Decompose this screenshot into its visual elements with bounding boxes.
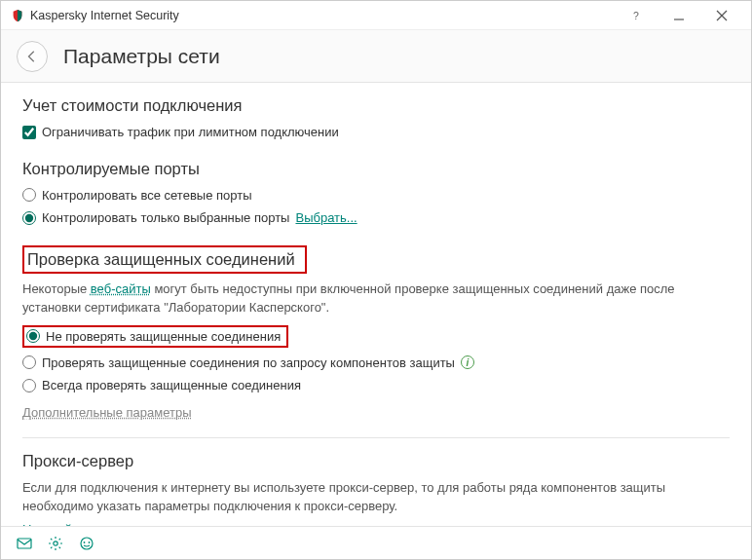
section-title-secure: Проверка защищенных соединений	[27, 250, 295, 269]
page-title: Параметры сети	[63, 45, 220, 68]
ports-all-radio[interactable]	[22, 188, 36, 202]
secure-description: Некоторые веб-сайты могут быть недоступн…	[22, 280, 730, 317]
back-button[interactable]	[17, 41, 48, 72]
svg-rect-4	[18, 539, 31, 548]
ports-selected-label[interactable]: Контролировать только выбранные порты	[42, 208, 289, 228]
secure-none-radio[interactable]	[26, 329, 40, 343]
secure-none-label[interactable]: Не проверять защищенные соединения	[46, 329, 281, 344]
svg-point-7	[84, 541, 86, 543]
section-connection-cost: Учет стоимости подключения Ограничивать …	[22, 96, 730, 142]
highlight-secure-title: Проверка защищенных соединений	[22, 245, 307, 274]
info-icon[interactable]: i	[461, 355, 474, 369]
ports-all-label[interactable]: Контролировать все сетевые порты	[42, 186, 252, 205]
section-title-cost: Учет стоимости подключения	[22, 96, 730, 115]
limit-traffic-label[interactable]: Ограничивать трафик при лимитном подключ…	[42, 123, 339, 142]
highlight-secure-none: Не проверять защищенные соединения	[22, 325, 288, 348]
section-secure-connections: Проверка защищенных соединений Некоторые…	[22, 245, 730, 420]
secure-onrequest-radio[interactable]	[22, 355, 36, 369]
svg-text:?: ?	[633, 10, 639, 21]
minimize-button[interactable]	[658, 2, 700, 29]
section-proxy: Прокси-сервер Если для подключения к инт…	[22, 452, 730, 527]
section-title-ports: Контролируемые порты	[22, 160, 730, 178]
limit-traffic-checkbox[interactable]	[22, 126, 36, 139]
svg-point-5	[54, 541, 57, 544]
close-button[interactable]	[700, 2, 743, 29]
secure-onrequest-label[interactable]: Проверять защищенные соединения по запро…	[42, 354, 455, 373]
help-button[interactable]: ?	[615, 2, 658, 29]
ports-selected-radio[interactable]	[22, 211, 36, 225]
app-title: Kaspersky Internet Security	[30, 9, 615, 22]
section-title-proxy: Прокси-сервер	[22, 452, 730, 470]
section-ports: Контролируемые порты Контролировать все …	[22, 160, 730, 228]
divider	[22, 437, 730, 438]
secure-always-radio[interactable]	[22, 379, 36, 392]
secure-always-label[interactable]: Всегда проверять защищенные соединения	[42, 376, 301, 395]
app-logo-icon	[11, 9, 24, 22]
support-icon[interactable]	[79, 536, 94, 551]
proxy-description: Если для подключения к интернету вы испо…	[22, 478, 730, 516]
ports-select-link[interactable]: Выбрать...	[295, 208, 357, 228]
gear-icon[interactable]	[48, 536, 63, 551]
advanced-params-link[interactable]: Дополнительные параметры	[22, 405, 192, 420]
mail-icon[interactable]	[17, 536, 32, 551]
svg-point-6	[81, 538, 93, 549]
websites-link[interactable]: веб-сайты	[91, 281, 151, 296]
svg-point-8	[89, 541, 91, 543]
